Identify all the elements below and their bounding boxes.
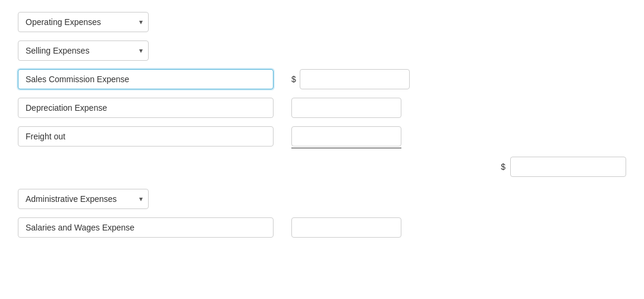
sales-commission-input[interactable] bbox=[18, 69, 274, 89]
depreciation-row bbox=[18, 98, 626, 118]
freight-out-row bbox=[18, 126, 626, 148]
salaries-wages-row bbox=[18, 217, 626, 238]
salaries-wages-amount-input[interactable] bbox=[291, 217, 401, 238]
freight-out-input[interactable] bbox=[18, 126, 274, 147]
depreciation-amount-group bbox=[291, 98, 401, 118]
administrative-expenses-dropdown[interactable]: Administrative Expenses bbox=[18, 189, 149, 209]
depreciation-amount-input[interactable] bbox=[291, 98, 401, 118]
subtotal-amount-input[interactable] bbox=[510, 157, 626, 177]
sales-commission-row: $ bbox=[18, 69, 626, 89]
operating-expenses-row: Operating Expenses bbox=[18, 12, 626, 32]
selling-expenses-row: Selling Expenses bbox=[18, 41, 626, 61]
sales-commission-dollar-sign: $ bbox=[291, 74, 296, 84]
sales-commission-amount-input[interactable] bbox=[300, 69, 410, 89]
administrative-expenses-dropdown-wrapper[interactable]: Administrative Expenses bbox=[18, 189, 149, 209]
administrative-expenses-row: Administrative Expenses bbox=[18, 189, 626, 209]
freight-out-amount-input[interactable] bbox=[291, 126, 401, 147]
subtotal-dollar-sign: $ bbox=[501, 162, 505, 172]
subtotal-row: $ bbox=[18, 157, 626, 177]
salaries-wages-amount-group bbox=[291, 217, 401, 238]
freight-out-amount-group bbox=[291, 126, 401, 147]
selling-expenses-dropdown[interactable]: Selling Expenses bbox=[18, 41, 149, 61]
salaries-wages-input[interactable] bbox=[18, 217, 274, 238]
depreciation-input[interactable] bbox=[18, 98, 274, 118]
operating-expenses-dropdown-wrapper[interactable]: Operating Expenses bbox=[18, 12, 149, 32]
selling-expenses-dropdown-wrapper[interactable]: Selling Expenses bbox=[18, 41, 149, 61]
operating-expenses-dropdown[interactable]: Operating Expenses bbox=[18, 12, 149, 32]
sales-commission-amount-group: $ bbox=[291, 69, 410, 89]
